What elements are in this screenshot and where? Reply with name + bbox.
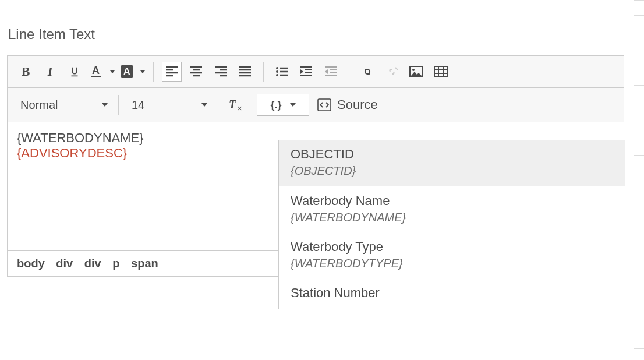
- chevron-down-icon: [140, 70, 145, 73]
- svg-point-6: [276, 74, 278, 76]
- indent-button[interactable]: [296, 62, 316, 82]
- toolbar-divider: [118, 95, 119, 115]
- dropdown-item[interactable]: OBJECTID {OBJECTID}: [279, 140, 625, 186]
- chevron-down-icon: [102, 103, 108, 107]
- svg-text:A: A: [92, 65, 100, 76]
- svg-point-5: [276, 70, 278, 73]
- section-title: Line Item Text: [8, 26, 644, 43]
- source-icon: [317, 98, 331, 111]
- align-justify-button[interactable]: [235, 62, 255, 82]
- svg-text:T: T: [229, 98, 236, 111]
- svg-text:✕: ✕: [237, 105, 242, 112]
- table-button[interactable]: [431, 62, 451, 82]
- paragraph-format-select[interactable]: Normal: [13, 95, 112, 115]
- path-segment[interactable]: div: [56, 257, 73, 270]
- svg-point-8: [412, 69, 415, 71]
- align-justify-icon: [239, 66, 252, 77]
- toolbar-divider: [263, 62, 264, 82]
- outdent-button[interactable]: [321, 62, 341, 82]
- outdent-icon: [324, 66, 337, 77]
- align-left-icon: [165, 66, 178, 77]
- dropdown-item-label: OBJECTID: [291, 147, 613, 162]
- text-color-icon: A: [90, 65, 108, 79]
- remove-format-button[interactable]: T✕: [227, 95, 246, 115]
- dropdown-item-token: {WATERBODYNAME}: [291, 211, 613, 224]
- path-segment[interactable]: div: [84, 257, 101, 270]
- bold-button[interactable]: B: [16, 62, 36, 82]
- bullet-list-button[interactable]: [272, 62, 292, 82]
- path-segment[interactable]: body: [17, 257, 45, 270]
- underline-icon: [68, 65, 81, 78]
- toolbar-divider: [459, 62, 459, 82]
- toolbar-row-1: B I A A: [8, 56, 624, 88]
- remove-format-icon: T✕: [229, 98, 244, 112]
- path-segment[interactable]: p: [112, 257, 119, 270]
- unlink-button[interactable]: [382, 62, 402, 82]
- source-label: Source: [337, 97, 378, 112]
- dropdown-item[interactable]: Station Number: [279, 278, 625, 309]
- link-button[interactable]: [358, 62, 377, 82]
- unlink-icon: [385, 66, 399, 77]
- chevron-down-icon: [201, 103, 207, 107]
- dropdown-item-label: Waterbody Name: [291, 193, 613, 209]
- dropdown-item[interactable]: Waterbody Name {WATERBODYNAME}: [279, 186, 625, 232]
- align-center-button[interactable]: [186, 62, 206, 82]
- bullet-list-icon: [275, 66, 288, 77]
- italic-icon: I: [48, 64, 53, 79]
- italic-button[interactable]: I: [40, 62, 60, 82]
- align-right-icon: [214, 66, 227, 77]
- dropdown-item-token: {OBJECTID}: [291, 164, 613, 178]
- font-size-select[interactable]: 14: [125, 95, 212, 115]
- dropdown-item-token: {WATERBODYTYPE}: [291, 257, 613, 270]
- top-divider: [7, 6, 624, 6]
- toolbar-row-2: Normal 14 T✕ {.} Source: [8, 88, 624, 122]
- path-segment[interactable]: span: [131, 257, 158, 270]
- align-right-button[interactable]: [211, 62, 231, 82]
- text-color-button[interactable]: A: [89, 62, 115, 82]
- svg-rect-1: [91, 76, 101, 77]
- dropdown-item-label: Waterbody Type: [291, 239, 613, 255]
- insert-field-label: {.}: [270, 99, 281, 111]
- bold-icon: B: [22, 64, 30, 79]
- font-size-value: 14: [132, 98, 144, 112]
- toolbar-divider: [349, 62, 349, 82]
- insert-field-button[interactable]: {.}: [257, 94, 309, 116]
- image-button[interactable]: [406, 62, 426, 82]
- page: Line Item Text B I A A: [0, 0, 644, 360]
- field-dropdown: OBJECTID {OBJECTID} Waterbody Name {WATE…: [278, 140, 625, 309]
- source-button[interactable]: Source: [317, 97, 378, 112]
- margin-notches: [632, 0, 644, 360]
- chevron-down-icon: [290, 103, 296, 107]
- svg-point-4: [276, 67, 278, 69]
- image-icon: [409, 66, 423, 77]
- align-center-icon: [190, 66, 203, 77]
- chevron-down-icon: [110, 70, 115, 73]
- link-icon: [360, 66, 374, 77]
- paragraph-format-value: Normal: [20, 98, 58, 112]
- align-left-button[interactable]: [162, 62, 182, 82]
- toolbar-divider: [153, 62, 154, 82]
- dropdown-item-label: Station Number: [291, 285, 613, 301]
- svg-text:A: A: [123, 66, 130, 76]
- highlight-icon: A: [120, 65, 139, 79]
- toolbar-divider: [218, 95, 218, 115]
- indent-icon: [300, 66, 313, 77]
- svg-rect-9: [434, 66, 447, 77]
- highlight-color-button[interactable]: A: [119, 62, 145, 82]
- underline-button[interactable]: [65, 62, 84, 82]
- dropdown-item[interactable]: Waterbody Type {WATERBODYTYPE}: [279, 232, 625, 278]
- table-icon: [434, 66, 448, 77]
